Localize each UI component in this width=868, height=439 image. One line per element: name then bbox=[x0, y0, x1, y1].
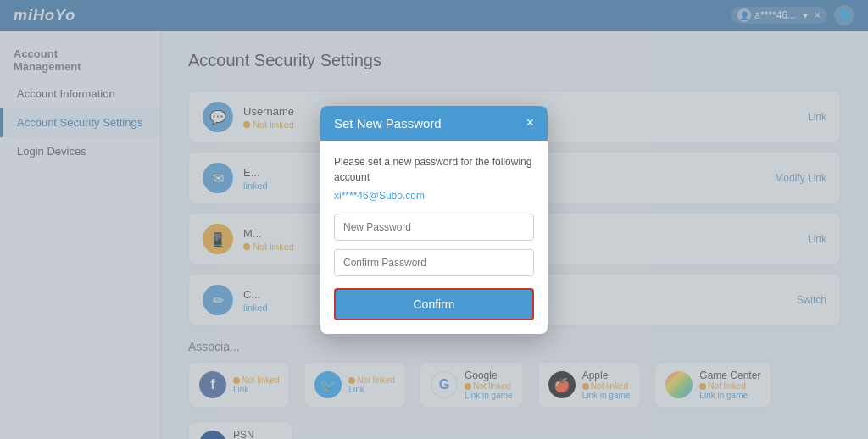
confirm-button[interactable]: Confirm bbox=[334, 288, 534, 320]
confirm-password-input[interactable] bbox=[334, 249, 534, 276]
modal-description: Please set a new password for the follow… bbox=[334, 154, 534, 185]
modal-title: Set New Password bbox=[334, 116, 442, 131]
modal-overlay: Set New Password × Please set a new pass… bbox=[0, 0, 868, 439]
modal-close-button[interactable]: × bbox=[526, 116, 534, 130]
set-password-modal: Set New Password × Please set a new pass… bbox=[320, 106, 548, 334]
modal-body: Please set a new password for the follow… bbox=[320, 141, 548, 334]
modal-email: xi****46@Subo.com bbox=[334, 190, 534, 202]
modal-header: Set New Password × bbox=[320, 106, 548, 141]
new-password-input[interactable] bbox=[334, 214, 534, 241]
